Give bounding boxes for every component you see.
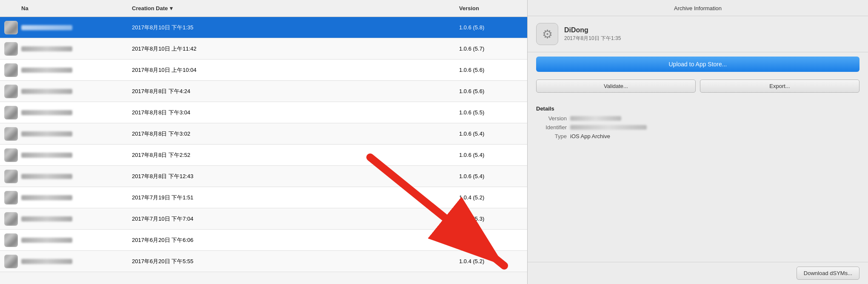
cell-name-6 — [0, 148, 128, 162]
details-row-version: Version — [536, 115, 859, 122]
cell-date-7: 2017年8月8日 下午12:43 — [128, 173, 459, 180]
app-icon-5 — [4, 127, 18, 141]
app-icon-symbol: ⚙ — [542, 27, 553, 41]
col-name-header[interactable]: Na — [0, 5, 128, 11]
cell-version-2: 1.0.6 (5.6) — [459, 67, 527, 73]
type-label: Type — [536, 133, 570, 139]
table-row[interactable]: 2017年8月8日 下午3:021.0.6 (5.4) — [0, 123, 527, 145]
cell-date-0: 2017年8月10日 下午1:35 — [128, 24, 459, 31]
app-name-blur-2 — [21, 68, 72, 73]
export-button[interactable]: Export... — [700, 80, 859, 93]
cell-date-8: 2017年7月19日 下午1:51 — [128, 194, 459, 202]
app-name-blur-5 — [21, 131, 72, 136]
upload-to-appstore-button[interactable]: Upload to App Store... — [536, 57, 859, 72]
cell-date-10: 2017年6月20日 下午6:06 — [128, 236, 459, 244]
details-row-type: Type iOS App Archive — [536, 133, 859, 139]
table-row[interactable]: 2017年8月8日 下午12:431.0.6 (5.4) — [0, 166, 527, 187]
version-value-blur — [570, 116, 621, 121]
identifier-label: Identifier — [536, 124, 570, 131]
app-icon-6 — [4, 148, 18, 162]
app-icon-1 — [4, 42, 18, 56]
cell-version-3: 1.0.6 (5.6) — [459, 88, 527, 94]
cell-name-4 — [0, 106, 128, 119]
table-row[interactable]: 2017年6月20日 下午6:061.0.4 (5.2) — [0, 230, 527, 251]
app-name-blur-7 — [21, 174, 72, 179]
cell-name-8 — [0, 191, 128, 204]
app-icon-10 — [4, 233, 18, 247]
version-label: Version — [536, 115, 570, 122]
app-name-blur-8 — [21, 195, 72, 200]
cell-name-2 — [0, 63, 128, 77]
cell-version-10: 1.0.4 (5.2) — [459, 237, 527, 243]
sort-indicator: ▾ — [170, 5, 173, 11]
cell-date-4: 2017年8月8日 下午3:04 — [128, 109, 459, 116]
type-value: iOS App Archive — [570, 133, 610, 139]
cell-name-11 — [0, 255, 128, 268]
cell-version-7: 1.0.6 (5.4) — [459, 173, 527, 179]
cell-version-11: 1.0.4 (5.2) — [459, 258, 527, 264]
cell-name-0 — [0, 21, 128, 34]
app-icon-3 — [4, 85, 18, 98]
app-name-blur-3 — [21, 89, 72, 94]
app-icon-7 — [4, 170, 18, 183]
app-name-blur-0 — [21, 25, 72, 30]
archive-app-icon: ⚙ — [536, 23, 558, 45]
right-panel: Archive Information ⚙ DiDong 2017年8月10日 … — [528, 0, 868, 284]
app-icon-8 — [4, 191, 18, 204]
col-version-label: Version — [459, 5, 479, 11]
table-row[interactable]: 2017年8月8日 下午2:521.0.6 (5.4) — [0, 145, 527, 166]
app-icon-4 — [4, 106, 18, 119]
details-section: Details Version Identifier Type iOS App … — [536, 100, 859, 142]
app-name-blur-10 — [21, 238, 72, 243]
cell-date-9: 2017年7月10日 下午7:04 — [128, 215, 459, 223]
download-dsyms-button[interactable]: Download dSYMs... — [797, 267, 859, 280]
cell-version-1: 1.0.6 (5.7) — [459, 45, 527, 52]
cell-name-5 — [0, 127, 128, 141]
archive-name-section: DiDong 2017年8月10日 下午1:35 — [564, 26, 621, 42]
table-header: Na Creation Date ▾ Version — [0, 0, 527, 17]
app-icon-0 — [4, 21, 18, 34]
cell-name-7 — [0, 170, 128, 183]
cell-name-1 — [0, 42, 128, 56]
cell-date-1: 2017年8月10日 上午11:42 — [128, 45, 459, 53]
table-row[interactable]: 2017年8月10日 上午10:041.0.6 (5.6) — [0, 60, 527, 81]
cell-date-3: 2017年8月8日 下午4:24 — [128, 88, 459, 95]
archive-info: ⚙ DiDong 2017年8月10日 下午1:35 — [528, 16, 868, 52]
cell-date-6: 2017年8月8日 下午2:52 — [128, 151, 459, 159]
cell-version-8: 1.0.4 (5.2) — [459, 194, 527, 201]
app-name-blur-11 — [21, 259, 72, 264]
table-row[interactable]: 2017年7月19日 下午1:511.0.4 (5.2) — [0, 187, 527, 208]
col-name-label: Na — [21, 5, 29, 11]
details-title: Details — [536, 105, 859, 112]
cell-version-0: 1.0.6 (5.8) — [459, 24, 527, 31]
table-row[interactable]: 2017年6月20日 下午5:551.0.4 (5.2) — [0, 251, 527, 272]
bottom-buttons: Download dSYMs... — [528, 262, 868, 284]
table-row[interactable]: 2017年8月10日 上午11:421.0.6 (5.7) — [0, 38, 527, 60]
col-date-label: Creation Date — [132, 5, 168, 11]
cell-name-10 — [0, 233, 128, 247]
app-name-blur-6 — [21, 153, 72, 158]
col-version-header[interactable]: Version — [459, 5, 527, 11]
table-body: 2017年8月10日 下午1:351.0.6 (5.8)2017年8月10日 上… — [0, 17, 527, 284]
app-icon-2 — [4, 63, 18, 77]
cell-name-9 — [0, 212, 128, 226]
table-row[interactable]: 2017年8月8日 下午3:041.0.6 (5.5) — [0, 102, 527, 123]
cell-name-3 — [0, 85, 128, 98]
table-row[interactable]: 2017年8月10日 下午1:351.0.6 (5.8) — [0, 17, 527, 38]
table-row[interactable]: 2017年8月8日 下午4:241.0.6 (5.6) — [0, 81, 527, 102]
panel-title: Archive Information — [528, 0, 868, 16]
cell-date-11: 2017年6月20日 下午5:55 — [128, 258, 459, 265]
action-buttons: Validate... Export... — [536, 80, 859, 93]
cell-date-2: 2017年8月10日 上午10:04 — [128, 66, 459, 74]
app-icon-9 — [4, 212, 18, 226]
validate-button[interactable]: Validate... — [536, 80, 696, 93]
table-row[interactable]: 2017年7月10日 下午7:041.0.5 (5.3) — [0, 208, 527, 230]
archive-app-name: DiDong — [564, 26, 621, 34]
cell-version-6: 1.0.6 (5.4) — [459, 152, 527, 158]
app-name-blur-4 — [21, 110, 72, 115]
col-date-header[interactable]: Creation Date ▾ — [128, 5, 459, 11]
cell-version-9: 1.0.5 (5.3) — [459, 216, 527, 222]
identifier-value-blur — [570, 125, 647, 130]
app-icon-11 — [4, 255, 18, 268]
cell-date-5: 2017年8月8日 下午3:02 — [128, 130, 459, 138]
